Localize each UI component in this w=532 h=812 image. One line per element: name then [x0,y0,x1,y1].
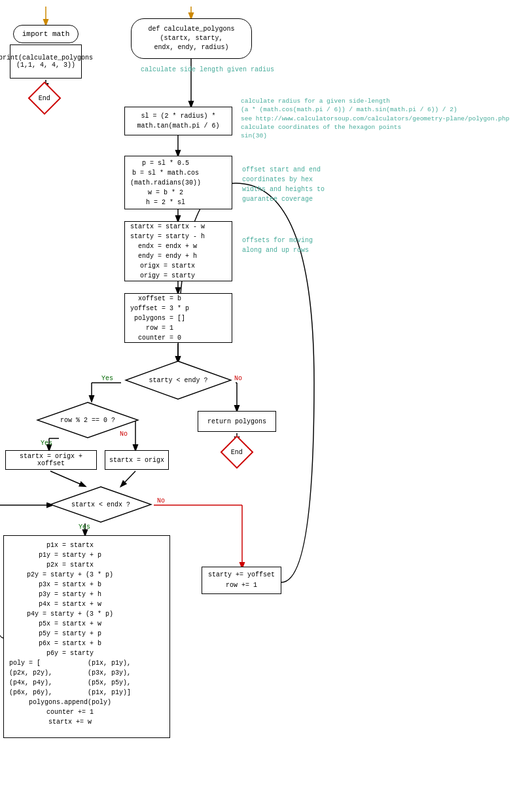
pbwh-calc-label: p = sl * 0.5b = sl * math.cos(math.radia… [130,158,201,207]
end2-box: End [224,440,249,465]
func-def-label: def calculate_polygons(startx, starty,en… [148,25,234,52]
sl-calc-box: sl = (2 * radius) *math.tan(math.pi / 6) [124,107,232,135]
return-polygons-label: return polygons [207,418,266,425]
row-mod-yes: Yes [41,440,52,447]
svg-line-18 [50,471,85,486]
pbwh-calc-box: p = sl * 0.5b = sl * math.cos(math.radia… [124,156,232,209]
import-math-label: import math [22,30,70,38]
annotation-side-length: calculate side length given radius [141,65,274,75]
init-vars-box: xoffset = byoffset = 3 * ppolygons = []r… [124,293,232,343]
while-startx-no: No [157,497,165,504]
annotation-rows: offsets for movingalong and up rows [242,236,313,255]
start-end-calc-label: startx = startx - wstarty = starty - hen… [130,222,205,281]
hex-calc-label: p1x = startx p1y = starty + p p2x = star… [9,540,131,727]
import-math-box: import math [13,25,79,43]
hex-calc-box: p1x = startx p1y = starty + p p2x = star… [3,535,170,738]
row-mod-no: No [120,431,128,438]
start-end-calc-box: startx = startx - wstarty = starty - hen… [124,221,232,281]
init-vars-label: xoffset = byoffset = 3 * ppolygons = []r… [130,294,189,343]
flowchart: import math print(calculate_polygons(1,1… [0,0,532,812]
svg-line-19 [121,471,135,486]
print-call-box: print(calculate_polygons(1,1, 4, 4, 3)) [10,44,82,79]
annotation-offset: offset start and endcoordinates by hexwi… [242,165,325,204]
while-starty-yes: Yes [101,375,113,382]
return-polygons-box: return polygons [198,411,276,432]
while-starty-diamond: starty < endy ? [124,360,232,400]
end2-label: End [231,448,243,455]
starty-update-box: starty += yoffsetrow += 1 [202,567,281,594]
while-starty-no: No [234,375,242,382]
sl-calc-label: sl = (2 * radius) *math.tan(math.pi / 6) [137,111,219,131]
while-startx-yes: Yes [79,523,90,531]
annotation-radius: calculate radius for a given side-length… [241,97,509,140]
end1-label: End [39,94,50,101]
startx-origx-box: startx = origx [105,450,169,470]
print-call-label: print(calculate_polygons(1,1, 4, 4, 3)) [0,54,93,69]
while-startx-label: startx < endx ? [71,501,130,508]
end1-box: End [33,86,56,110]
while-startx-diamond: startx < endx ? [49,485,152,523]
startx-origx-label: startx = origx [109,457,164,464]
while-starty-label: starty < endy ? [149,377,207,384]
row-mod-label: row % 2 == 0 ? [60,417,115,424]
startx-offset-label: startx = origx + xoffset [6,453,96,467]
func-def-box: def calculate_polygons(startx, starty,en… [131,18,252,59]
startx-offset-box: startx = origx + xoffset [5,450,97,470]
starty-update-label: starty += yoffsetrow += 1 [208,570,275,591]
